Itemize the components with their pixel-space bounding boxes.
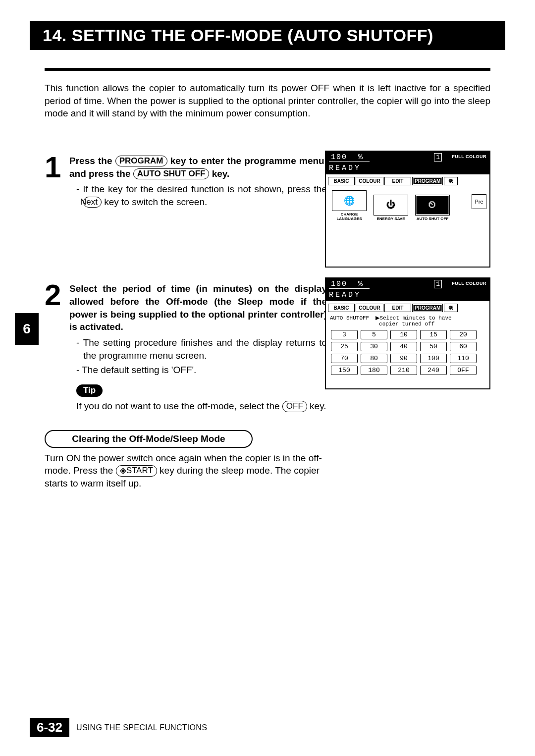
start-key: ◈START [116,465,157,477]
step1-sub: If the key for the desired function is n… [83,183,327,208]
lcd-copies: 1 [434,280,442,288]
lcd-tab-program: PROGRAM [412,177,443,185]
program-key: PROGRAM [115,156,167,167]
chapter-tab: 6 [15,313,39,345]
next-key: Next [83,197,102,208]
lcd-percent: 100 [331,153,347,162]
auto-shut-off-key: AUTO SHUT OFF [133,168,210,180]
step1-heading: Press the PROGRAM key to enter the progr… [69,155,327,180]
step-number: 1 [45,155,64,180]
lcd-minute-grid: 3 5 10 15 20 25 30 40 50 60 70 80 90 100… [326,329,489,380]
tip-text: If you do not want to use the off-mode, … [76,401,327,412]
intro-paragraph: This function allows the copier to autom… [45,82,490,120]
callout-heading: Clearing the Off-Mode/Sleep Mode [45,430,253,448]
lcd-minute-btn: 5 [361,330,387,339]
page-title: 14. SETTING THE OFF-MODE (AUTO SHUTOFF) [30,21,505,50]
lcd-instruction-line1: ▶Select minutes to have [375,315,451,321]
step2-sub2: The default setting is 'OFF'. [83,364,327,377]
off-key: OFF [282,401,307,412]
lcd-tab-basic: BASIC [328,304,355,312]
lcd-minute-btn: 40 [390,342,417,351]
lcd-tab-edit: EDIT [384,177,411,185]
step-number: 2 [45,282,64,308]
lcd-minute-btn: 15 [420,330,447,339]
lcd-screen-program-menu: 100 % 1 FULL COLOUR READY BASIC COLOUR E… [325,151,490,268]
lcd-tab-basic: BASIC [328,177,355,185]
lcd-minute-btn: 50 [420,342,447,351]
lcd-btn-energy-save: ⏻ENERGY SAVE [374,195,408,221]
lcd-copies: 1 [434,153,442,162]
lcd-btn-change-languages: 🌐CHANGE LANGUAGES [332,190,367,221]
lcd-tab-colour: COLOUR [356,177,383,185]
callout-body: Turn ON the power switch once again when… [45,452,322,490]
divider [45,68,490,71]
lcd-minute-btn: 70 [331,354,358,363]
lcd-minute-btn: 180 [361,366,387,375]
lcd-ready: READY [329,291,486,299]
lcd-minute-btn: OFF [450,366,477,375]
lcd-minute-btn: 20 [450,330,477,339]
lcd-full-colour: FULL COLOUR [452,154,486,159]
page-footer: 6-32 USING THE SPECIAL FUNCTIONS [30,718,207,737]
lcd-percent: 100 [331,280,347,288]
lcd-minute-btn: 80 [361,354,387,363]
lcd-percent-sym: % [358,280,364,288]
page-number: 6-32 [30,718,69,737]
lcd-minute-btn: 90 [390,354,417,363]
tip-badge: Tip [76,384,103,397]
lcd-tab-edit: EDIT [384,304,411,312]
lcd-minute-btn: 110 [450,354,477,363]
lcd-minute-btn: 10 [390,330,417,339]
lcd-ready: READY [329,164,486,172]
lcd-minute-btn: 240 [420,366,447,375]
lcd-minute-btn: 3 [331,330,358,339]
lcd-tab-tools-icon: 🛠 [444,304,458,312]
lcd-full-colour: FULL COLOUR [452,281,486,286]
lcd-percent-sym: % [358,153,364,162]
lcd-btn-auto-shutoff: ⏲AUTO SHUT OFF [415,195,450,221]
lcd-instruction-line2: copier turned off [379,321,434,327]
lcd-tab-program: PROGRAM [412,304,443,312]
lcd-minute-btn: 150 [331,366,358,375]
lcd-instruction-label: AUTO SHUTOFF [330,315,369,321]
step2-sub1: The setting procedure finishes and the d… [83,336,327,362]
lcd-minute-btn: 25 [331,342,358,351]
step2-heading: Select the period of time (in minutes) o… [69,282,327,333]
lcd-tab-colour: COLOUR [356,304,383,312]
lcd-minute-btn: 30 [361,342,387,351]
lcd-minute-btn: 100 [420,354,447,363]
lcd-screen-auto-shutoff: 100 % 1 FULL COLOUR READY BASIC COLOUR E… [325,277,490,389]
lcd-tab-tools-icon: 🛠 [444,177,458,185]
lcd-minute-btn: 210 [390,366,417,375]
footer-section: USING THE SPECIAL FUNCTIONS [76,723,207,732]
lcd-minute-btn: 60 [450,342,477,351]
lcd-btn-pre: Pre [472,194,486,209]
